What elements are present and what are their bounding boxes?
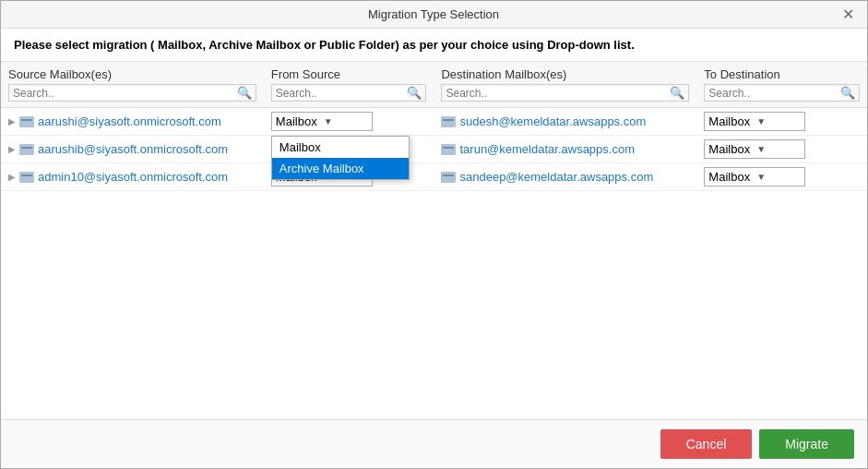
source-column-label: Source Mailbox(es) [8,67,256,84]
chevron-down-icon: ▼ [324,116,368,126]
dest-search-container: 🔍 [441,84,689,102]
button-bar: Cancel Migrate [1,419,867,468]
source-email-cell: ▶ admin10@siyasoft.onmicrosoft.com [1,163,264,191]
expand-arrow[interactable]: ▶ [8,172,16,182]
dropdown-option-mailbox[interactable]: Mailbox [272,137,409,158]
mailbox-icon [19,172,34,183]
close-button[interactable]: ✕ [838,7,858,22]
chevron-down-icon: ▼ [756,116,801,126]
from-type-cell: Mailbox ▼ Mailbox Archive Mailbox [264,108,434,136]
table-row: ▶ admin10@siyasoft.onmicrosoft.com Mailb… [1,163,867,191]
to-search-icon[interactable]: 🔍 [840,86,855,100]
main-content: Source Mailbox(es) 🔍 From Source 🔍 [1,62,867,419]
to-type-cell: Mailbox ▼ [696,136,867,163]
to-dropdown-button[interactable]: Mailbox ▼ [704,112,805,131]
to-dropdown-button[interactable]: Mailbox ▼ [704,167,805,186]
dest-email-cell: sudesh@kemeldatar.awsapps.com [434,108,696,136]
dest-email-cell: sandeep@kemeldatar.awsapps.com [434,163,696,191]
to-type-cell: Mailbox ▼ [696,163,867,191]
dest-email: sudesh@kemeldatar.awsapps.com [459,114,646,128]
mailbox-table: Source Mailbox(es) 🔍 From Source 🔍 [1,62,867,191]
dest-search-input[interactable] [446,87,670,100]
mailbox-icon [19,144,34,155]
expand-arrow[interactable]: ▶ [8,116,16,126]
from-dropdown-menu: Mailbox Archive Mailbox [271,136,410,180]
mailbox-icon [441,172,456,183]
col-header-source: Source Mailbox(es) 🔍 [1,62,264,108]
to-dropdown-value: Mailbox [708,142,753,156]
from-dropdown-button[interactable]: Mailbox ▼ [271,112,373,131]
table-row: ▶ aarushib@siyasoft.onmicrosoft.com Mail… [1,136,867,163]
chevron-down-icon: ▼ [756,172,801,182]
dialog-title: Migration Type Selection [29,7,838,21]
source-email: admin10@siyasoft.onmicrosoft.com [38,170,228,184]
dest-column-label: Destination Mailbox(es) [441,67,689,84]
source-email-cell: ▶ aarushib@siyasoft.onmicrosoft.com [1,136,264,163]
migration-dialog: Migration Type Selection ✕ Please select… [0,0,868,469]
chevron-down-icon: ▼ [756,144,801,154]
dest-search-icon[interactable]: 🔍 [670,86,684,100]
source-search-input[interactable] [13,87,237,100]
dest-email: tarun@kemeldatar.awsapps.com [459,142,635,156]
to-dropdown-container: Mailbox ▼ [704,167,860,186]
mailbox-icon [441,144,456,155]
col-header-dest: Destination Mailbox(es) 🔍 [434,62,696,108]
to-column-label: To Destination [704,67,860,84]
instruction-text: Please select migration ( Mailbox, Archi… [1,29,867,62]
dest-email: sandeep@kemeldatar.awsapps.com [459,170,653,184]
table-row: ▶ aarushi@siyasoft.onmicrosoft.com Mailb… [1,108,867,136]
dropdown-option-archive[interactable]: Archive Mailbox [272,158,409,179]
to-dropdown-button[interactable]: Mailbox ▼ [704,139,805,159]
to-dropdown-container: Mailbox ▼ [704,112,860,131]
mailbox-icon [441,116,456,127]
from-column-label: From Source [271,67,427,84]
source-search-container: 🔍 [8,84,256,102]
from-search-input[interactable] [276,87,408,100]
to-search-container: 🔍 [704,84,860,102]
to-dropdown-container: Mailbox ▼ [704,139,860,159]
from-search-icon[interactable]: 🔍 [407,86,422,100]
from-search-container: 🔍 [271,84,427,102]
from-dropdown-value: Mailbox [276,114,320,128]
to-dropdown-value: Mailbox [708,114,753,128]
to-search-input[interactable] [708,87,840,100]
mailbox-icon [19,116,34,127]
source-search-icon[interactable]: 🔍 [237,86,252,100]
migrate-button[interactable]: Migrate [759,429,854,459]
source-email: aarushi@siyasoft.onmicrosoft.com [38,114,221,128]
col-header-from: From Source 🔍 [264,62,434,108]
from-dropdown-container: Mailbox ▼ Mailbox Archive Mailbox [271,112,427,131]
source-email: aarushib@siyasoft.onmicrosoft.com [38,142,228,156]
title-bar: Migration Type Selection ✕ [1,1,867,29]
to-type-cell: Mailbox ▼ [696,108,867,136]
table-area: Source Mailbox(es) 🔍 From Source 🔍 [1,62,867,419]
expand-arrow[interactable]: ▶ [8,144,16,154]
col-header-to: To Destination 🔍 [696,62,867,108]
dest-email-cell: tarun@kemeldatar.awsapps.com [434,136,696,163]
source-email-cell: ▶ aarushi@siyasoft.onmicrosoft.com [1,108,264,136]
to-dropdown-value: Mailbox [708,170,753,184]
cancel-button[interactable]: Cancel [660,429,753,459]
